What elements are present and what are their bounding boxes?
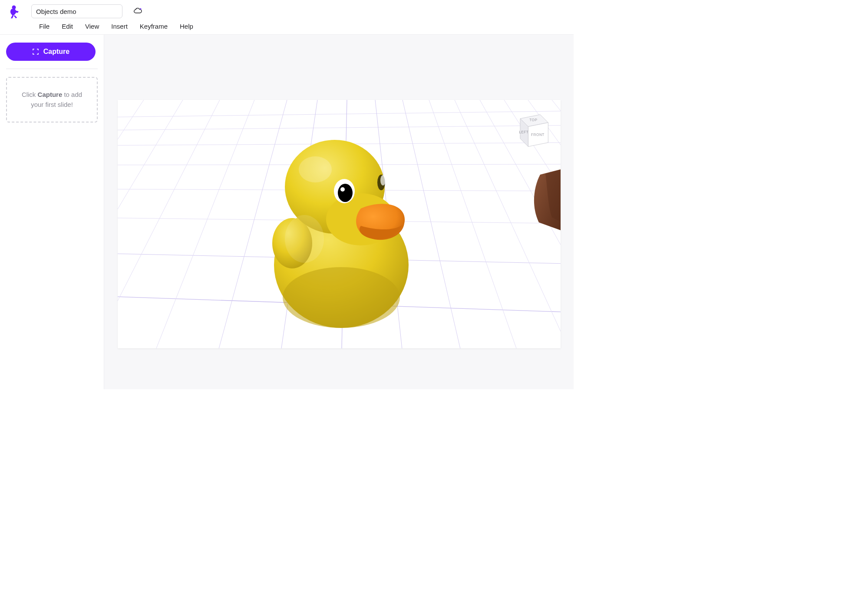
object-rubber-duck: [272, 140, 409, 328]
view-cube-top-label: TOP: [529, 118, 537, 122]
capture-frame-icon: [32, 48, 39, 55]
topbar: File Edit View Insert Keyframe Help: [0, 0, 574, 35]
svg-point-33: [340, 187, 345, 192]
viewport-3d[interactable]: TOP FRONT LEFT: [118, 100, 561, 348]
menu-keyframe[interactable]: Keyframe: [140, 23, 168, 30]
svg-line-2: [118, 111, 561, 117]
svg-point-28: [283, 267, 400, 328]
capture-button-label: Capture: [43, 48, 69, 56]
view-cube-left-label: LEFT: [519, 130, 528, 134]
empty-slide-hint: Click Capture to add your first slide!: [6, 77, 98, 122]
svg-point-36: [299, 156, 332, 182]
empty-hint-strong: Capture: [38, 91, 63, 98]
scene-grid: [118, 100, 561, 348]
svg-point-37: [285, 215, 324, 263]
sidebar-divider: [6, 69, 98, 69]
svg-line-11: [118, 100, 144, 348]
empty-hint-prefix: Click: [22, 91, 38, 98]
menu-help[interactable]: Help: [180, 23, 193, 30]
view-cube-front-label: FRONT: [531, 133, 545, 137]
menu-file[interactable]: File: [39, 23, 50, 30]
view-cube-gizmo[interactable]: TOP FRONT LEFT: [510, 109, 550, 149]
menubar: File Edit View Insert Keyframe Help: [5, 20, 568, 34]
document-title-input[interactable]: [31, 4, 122, 18]
capture-button[interactable]: Capture: [6, 43, 96, 61]
svg-line-14: [148, 100, 254, 348]
svg-line-15: [213, 100, 287, 348]
menu-view[interactable]: View: [85, 23, 99, 30]
svg-line-13: [118, 100, 220, 348]
svg-line-20: [429, 100, 524, 348]
svg-point-32: [338, 184, 353, 202]
svg-line-12: [118, 100, 183, 348]
menu-insert[interactable]: Insert: [111, 23, 128, 30]
cloud-sync-icon[interactable]: [133, 7, 142, 16]
canvas-area: TOP FRONT LEFT: [104, 35, 574, 389]
object-chair-leg: [534, 169, 560, 230]
menu-edit[interactable]: Edit: [62, 23, 73, 30]
svg-point-1: [140, 8, 141, 10]
svg-line-19: [403, 100, 465, 348]
svg-line-10: [118, 343, 561, 348]
svg-point-0: [12, 6, 16, 10]
app-logo-icon[interactable]: [5, 3, 23, 20]
sidebar: Capture Click Capture to add your first …: [0, 35, 104, 389]
svg-point-35: [380, 175, 386, 185]
